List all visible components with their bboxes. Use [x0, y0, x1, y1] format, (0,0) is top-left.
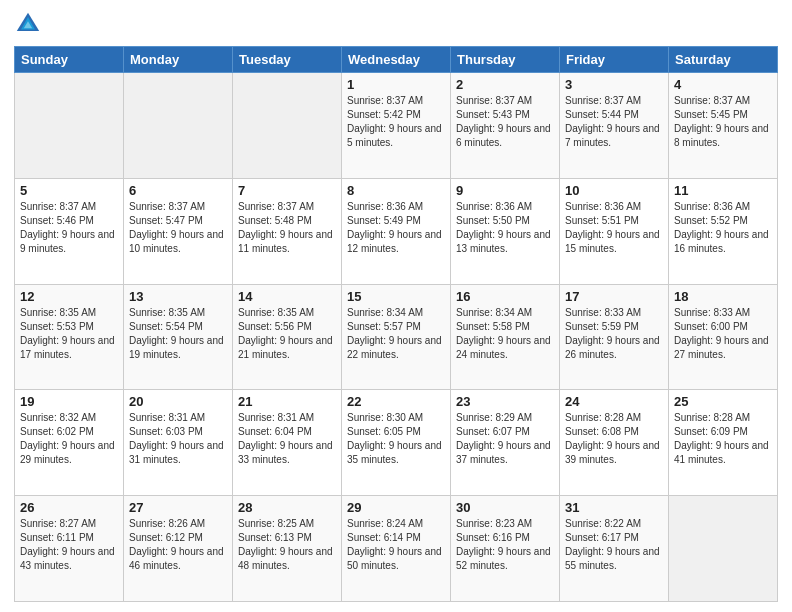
calendar-cell: 26Sunrise: 8:27 AMSunset: 6:11 PMDayligh… — [15, 496, 124, 602]
calendar-cell: 10Sunrise: 8:36 AMSunset: 5:51 PMDayligh… — [560, 178, 669, 284]
day-info: Sunrise: 8:34 AMSunset: 5:57 PMDaylight:… — [347, 306, 445, 362]
day-number: 20 — [129, 394, 227, 409]
calendar-cell: 9Sunrise: 8:36 AMSunset: 5:50 PMDaylight… — [451, 178, 560, 284]
calendar-cell: 12Sunrise: 8:35 AMSunset: 5:53 PMDayligh… — [15, 284, 124, 390]
day-number: 7 — [238, 183, 336, 198]
day-number: 25 — [674, 394, 772, 409]
calendar-cell: 17Sunrise: 8:33 AMSunset: 5:59 PMDayligh… — [560, 284, 669, 390]
day-number: 27 — [129, 500, 227, 515]
day-number: 9 — [456, 183, 554, 198]
day-info: Sunrise: 8:22 AMSunset: 6:17 PMDaylight:… — [565, 517, 663, 573]
calendar-cell: 23Sunrise: 8:29 AMSunset: 6:07 PMDayligh… — [451, 390, 560, 496]
page-container: SundayMondayTuesdayWednesdayThursdayFrid… — [0, 0, 792, 612]
calendar-cell — [233, 73, 342, 179]
day-number: 8 — [347, 183, 445, 198]
weekday-header-sunday: Sunday — [15, 47, 124, 73]
calendar-cell: 21Sunrise: 8:31 AMSunset: 6:04 PMDayligh… — [233, 390, 342, 496]
calendar-cell: 7Sunrise: 8:37 AMSunset: 5:48 PMDaylight… — [233, 178, 342, 284]
day-info: Sunrise: 8:35 AMSunset: 5:53 PMDaylight:… — [20, 306, 118, 362]
calendar-cell: 5Sunrise: 8:37 AMSunset: 5:46 PMDaylight… — [15, 178, 124, 284]
calendar-cell: 22Sunrise: 8:30 AMSunset: 6:05 PMDayligh… — [342, 390, 451, 496]
calendar-cell: 31Sunrise: 8:22 AMSunset: 6:17 PMDayligh… — [560, 496, 669, 602]
day-number: 13 — [129, 289, 227, 304]
day-number: 11 — [674, 183, 772, 198]
day-number: 16 — [456, 289, 554, 304]
weekday-header-row: SundayMondayTuesdayWednesdayThursdayFrid… — [15, 47, 778, 73]
calendar-week-row: 19Sunrise: 8:32 AMSunset: 6:02 PMDayligh… — [15, 390, 778, 496]
day-info: Sunrise: 8:33 AMSunset: 5:59 PMDaylight:… — [565, 306, 663, 362]
calendar-cell: 19Sunrise: 8:32 AMSunset: 6:02 PMDayligh… — [15, 390, 124, 496]
day-number: 26 — [20, 500, 118, 515]
day-number: 21 — [238, 394, 336, 409]
day-info: Sunrise: 8:25 AMSunset: 6:13 PMDaylight:… — [238, 517, 336, 573]
day-number: 28 — [238, 500, 336, 515]
day-info: Sunrise: 8:34 AMSunset: 5:58 PMDaylight:… — [456, 306, 554, 362]
day-info: Sunrise: 8:37 AMSunset: 5:46 PMDaylight:… — [20, 200, 118, 256]
day-number: 1 — [347, 77, 445, 92]
calendar-cell: 18Sunrise: 8:33 AMSunset: 6:00 PMDayligh… — [669, 284, 778, 390]
day-info: Sunrise: 8:31 AMSunset: 6:03 PMDaylight:… — [129, 411, 227, 467]
calendar-cell: 14Sunrise: 8:35 AMSunset: 5:56 PMDayligh… — [233, 284, 342, 390]
calendar-week-row: 26Sunrise: 8:27 AMSunset: 6:11 PMDayligh… — [15, 496, 778, 602]
calendar-week-row: 1Sunrise: 8:37 AMSunset: 5:42 PMDaylight… — [15, 73, 778, 179]
calendar-cell — [669, 496, 778, 602]
day-number: 31 — [565, 500, 663, 515]
day-number: 4 — [674, 77, 772, 92]
day-info: Sunrise: 8:35 AMSunset: 5:56 PMDaylight:… — [238, 306, 336, 362]
calendar-cell: 3Sunrise: 8:37 AMSunset: 5:44 PMDaylight… — [560, 73, 669, 179]
calendar-cell: 16Sunrise: 8:34 AMSunset: 5:58 PMDayligh… — [451, 284, 560, 390]
day-info: Sunrise: 8:23 AMSunset: 6:16 PMDaylight:… — [456, 517, 554, 573]
day-number: 3 — [565, 77, 663, 92]
day-number: 24 — [565, 394, 663, 409]
day-info: Sunrise: 8:33 AMSunset: 6:00 PMDaylight:… — [674, 306, 772, 362]
day-info: Sunrise: 8:32 AMSunset: 6:02 PMDaylight:… — [20, 411, 118, 467]
calendar-cell: 4Sunrise: 8:37 AMSunset: 5:45 PMDaylight… — [669, 73, 778, 179]
calendar-cell — [15, 73, 124, 179]
day-number: 17 — [565, 289, 663, 304]
calendar-cell: 2Sunrise: 8:37 AMSunset: 5:43 PMDaylight… — [451, 73, 560, 179]
day-info: Sunrise: 8:36 AMSunset: 5:51 PMDaylight:… — [565, 200, 663, 256]
day-info: Sunrise: 8:37 AMSunset: 5:47 PMDaylight:… — [129, 200, 227, 256]
calendar-cell: 24Sunrise: 8:28 AMSunset: 6:08 PMDayligh… — [560, 390, 669, 496]
weekday-header-saturday: Saturday — [669, 47, 778, 73]
day-info: Sunrise: 8:30 AMSunset: 6:05 PMDaylight:… — [347, 411, 445, 467]
calendar-table: SundayMondayTuesdayWednesdayThursdayFrid… — [14, 46, 778, 602]
calendar-cell: 13Sunrise: 8:35 AMSunset: 5:54 PMDayligh… — [124, 284, 233, 390]
day-number: 6 — [129, 183, 227, 198]
calendar-cell: 27Sunrise: 8:26 AMSunset: 6:12 PMDayligh… — [124, 496, 233, 602]
day-number: 14 — [238, 289, 336, 304]
day-info: Sunrise: 8:27 AMSunset: 6:11 PMDaylight:… — [20, 517, 118, 573]
day-info: Sunrise: 8:36 AMSunset: 5:50 PMDaylight:… — [456, 200, 554, 256]
calendar-cell: 28Sunrise: 8:25 AMSunset: 6:13 PMDayligh… — [233, 496, 342, 602]
day-info: Sunrise: 8:37 AMSunset: 5:48 PMDaylight:… — [238, 200, 336, 256]
day-info: Sunrise: 8:37 AMSunset: 5:42 PMDaylight:… — [347, 94, 445, 150]
logo-icon — [14, 10, 42, 38]
weekday-header-wednesday: Wednesday — [342, 47, 451, 73]
day-number: 2 — [456, 77, 554, 92]
weekday-header-tuesday: Tuesday — [233, 47, 342, 73]
day-info: Sunrise: 8:37 AMSunset: 5:44 PMDaylight:… — [565, 94, 663, 150]
day-info: Sunrise: 8:28 AMSunset: 6:08 PMDaylight:… — [565, 411, 663, 467]
day-number: 5 — [20, 183, 118, 198]
day-info: Sunrise: 8:36 AMSunset: 5:49 PMDaylight:… — [347, 200, 445, 256]
calendar-cell: 29Sunrise: 8:24 AMSunset: 6:14 PMDayligh… — [342, 496, 451, 602]
weekday-header-friday: Friday — [560, 47, 669, 73]
calendar-cell — [124, 73, 233, 179]
calendar-cell: 25Sunrise: 8:28 AMSunset: 6:09 PMDayligh… — [669, 390, 778, 496]
day-number: 15 — [347, 289, 445, 304]
day-number: 12 — [20, 289, 118, 304]
calendar-cell: 15Sunrise: 8:34 AMSunset: 5:57 PMDayligh… — [342, 284, 451, 390]
day-number: 22 — [347, 394, 445, 409]
weekday-header-thursday: Thursday — [451, 47, 560, 73]
day-info: Sunrise: 8:37 AMSunset: 5:43 PMDaylight:… — [456, 94, 554, 150]
calendar-week-row: 5Sunrise: 8:37 AMSunset: 5:46 PMDaylight… — [15, 178, 778, 284]
day-info: Sunrise: 8:35 AMSunset: 5:54 PMDaylight:… — [129, 306, 227, 362]
calendar-cell: 1Sunrise: 8:37 AMSunset: 5:42 PMDaylight… — [342, 73, 451, 179]
day-number: 10 — [565, 183, 663, 198]
logo — [14, 10, 46, 38]
day-number: 18 — [674, 289, 772, 304]
calendar-cell: 20Sunrise: 8:31 AMSunset: 6:03 PMDayligh… — [124, 390, 233, 496]
weekday-header-monday: Monday — [124, 47, 233, 73]
day-info: Sunrise: 8:24 AMSunset: 6:14 PMDaylight:… — [347, 517, 445, 573]
day-number: 29 — [347, 500, 445, 515]
